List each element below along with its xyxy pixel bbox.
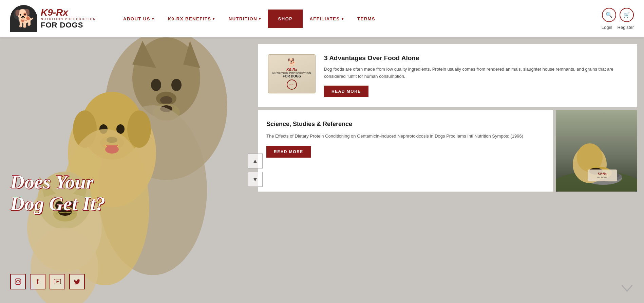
svg-rect-40	[15, 279, 21, 285]
chevron-down-icon: ▾	[342, 17, 344, 21]
chevron-down-icon: ▾	[259, 17, 261, 21]
logo-subtitle: NUTRITION PRESCRIPTION	[41, 17, 96, 21]
svg-point-1	[16, 9, 28, 21]
svg-point-16	[156, 92, 176, 105]
chevron-down-icon	[620, 284, 634, 294]
bag-seal: CERT	[287, 79, 297, 90]
svg-point-20	[98, 105, 207, 275]
svg-marker-44	[57, 281, 59, 283]
red-triangle-decoration	[0, 37, 109, 166]
svg-point-14	[151, 79, 161, 91]
twitter-icon	[74, 279, 80, 285]
svg-point-42	[19, 280, 20, 281]
logo-dog-svg	[10, 5, 37, 32]
search-icon: 🔍	[606, 12, 612, 18]
card-advantages: 🐕 K9-Rx NUTRITION PRESCRIPTION FOR DOGS …	[258, 44, 637, 107]
register-link[interactable]: Register	[618, 25, 634, 30]
main-nav: ABOUT US ▾ K9-RX BENEFITS ▾ NUTRITION ▾ …	[116, 10, 602, 28]
card-advantages-read-more[interactable]: READ MORE	[324, 86, 368, 97]
twitter-link[interactable]	[69, 274, 85, 289]
svg-point-26	[116, 124, 125, 134]
social-icons: f	[10, 274, 85, 289]
svg-rect-0	[10, 5, 37, 32]
svg-point-4	[18, 14, 26, 22]
logo-dog-image	[10, 5, 37, 32]
svg-point-8	[21, 19, 23, 21]
cart-button[interactable]: 🛒	[620, 8, 634, 22]
bag-fordogs-label: FOR DOGS	[283, 74, 301, 78]
search-button[interactable]: 🔍	[602, 8, 616, 22]
svg-point-6	[19, 16, 21, 18]
site-header: K9-Rx NUTRITION PRESCRIPTION FOR DOGS AB…	[0, 0, 644, 37]
slider-controls: ▲ ▼	[248, 154, 641, 187]
bag-subtitle: NUTRITION PRESCRIPTION	[272, 72, 311, 74]
svg-point-5	[19, 20, 25, 23]
svg-point-17	[160, 96, 172, 104]
facebook-icon: f	[37, 278, 39, 286]
nav-terms[interactable]: TERMS	[351, 14, 382, 24]
instagram-icon	[15, 278, 21, 285]
scroll-down-button[interactable]	[620, 284, 634, 296]
logo[interactable]: K9-Rx NUTRITION PRESCRIPTION FOR DOGS	[10, 5, 96, 32]
facebook-link[interactable]: f	[30, 274, 45, 289]
nav-about-us[interactable]: ABOUT US ▾	[116, 14, 161, 24]
cart-icon: 🛒	[623, 12, 630, 18]
chevron-down-icon: ▾	[213, 17, 215, 21]
hero-section: Does Your Dog Get It? f	[0, 37, 644, 303]
logo-k9-rx: K9-Rx	[41, 7, 68, 18]
nav-nutrition[interactable]: NUTRITION ▾	[222, 14, 268, 24]
hero-line2: Dog Get It?	[10, 193, 105, 215]
card-studies-title: Science, Studies & Reference	[266, 120, 545, 128]
instagram-link[interactable]	[10, 274, 26, 289]
chevron-down-icon: ▾	[152, 17, 154, 21]
slider-down-button[interactable]: ▼	[248, 172, 263, 187]
header-right: 🔍 🛒 Login Register	[602, 8, 634, 30]
svg-point-24	[127, 110, 151, 148]
bag-dog-icon: 🐕	[287, 58, 297, 67]
product-image: 🐕 K9-Rx NUTRITION PRESCRIPTION FOR DOGS …	[268, 54, 316, 93]
svg-point-19	[160, 105, 172, 112]
nav-affiliates[interactable]: AFFILIATES ▾	[303, 14, 351, 24]
svg-point-18	[153, 104, 180, 121]
youtube-icon	[54, 279, 61, 284]
svg-point-3	[24, 11, 30, 19]
hero-headline: Does Your Dog Get It?	[10, 171, 105, 215]
card-advantages-content: 3 Advantages Over Food Alone Dog foods a…	[324, 54, 627, 97]
card-advantages-title: 3 Advantages Over Food Alone	[324, 54, 627, 62]
logo-fordogs: FOR DOGS	[41, 21, 96, 30]
hero-left: Does Your Dog Get It? f	[0, 37, 258, 303]
svg-point-41	[17, 280, 19, 283]
auth-links: Login Register	[602, 25, 634, 30]
nav-k9rx-benefits[interactable]: K9-RX BENEFITS ▾	[161, 14, 222, 24]
svg-marker-13	[183, 41, 200, 68]
svg-point-15	[171, 79, 182, 91]
youtube-link[interactable]	[50, 274, 65, 289]
logo-text-block: K9-Rx NUTRITION PRESCRIPTION FOR DOGS	[41, 8, 96, 30]
card-studies-text: The Effects of Dietary Protein Condition…	[266, 133, 545, 140]
svg-point-11	[132, 37, 200, 119]
svg-point-10	[105, 37, 227, 180]
slider-up-button[interactable]: ▲	[248, 154, 263, 168]
bag-k9-label: K9-Rx	[286, 68, 297, 72]
svg-point-2	[14, 10, 20, 19]
svg-point-7	[23, 16, 25, 18]
svg-point-39	[31, 228, 98, 303]
hero-line1: Does Your	[10, 171, 105, 193]
header-icons: 🔍 🛒	[602, 8, 634, 22]
nav-shop[interactable]: SHOP	[268, 10, 303, 28]
login-link[interactable]: Login	[602, 25, 612, 30]
card-advantages-text: Dog foods are often made from low qualit…	[324, 66, 627, 80]
svg-marker-12	[132, 41, 156, 68]
